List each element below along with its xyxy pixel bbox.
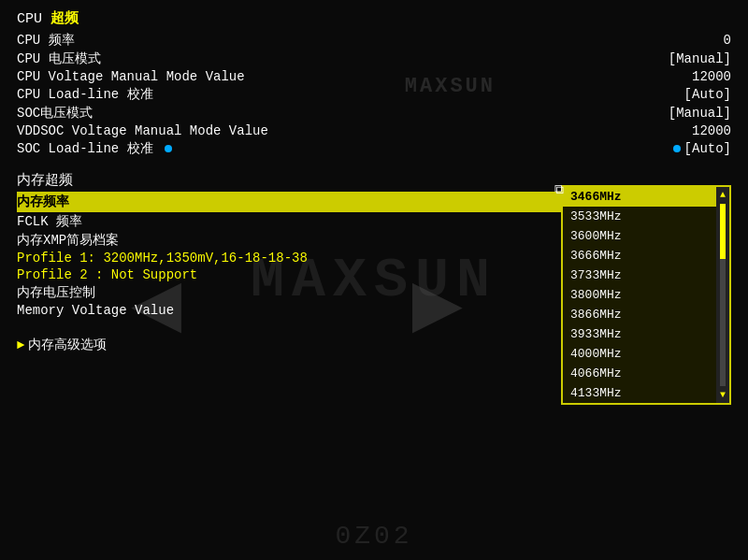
dropdown-item-label: 3733MHz: [570, 268, 622, 282]
vddsoc-voltage-label: VDDSOC Voltage Manual Mode Value: [17, 123, 297, 138]
cpu-voltage-mode-value: [Manual]: [544, 51, 731, 66]
scrollbar-track: [720, 204, 726, 386]
cpu-overclock-title: CPU 超频: [17, 9, 731, 27]
memory-freq-label: 内存频率: [17, 194, 297, 210]
dropdown-item-label: 4133MHz: [570, 386, 622, 400]
scrollbar-thumb: [720, 204, 726, 259]
cpu-loadline-row[interactable]: CPU Load-line 校准 [Auto]: [17, 85, 731, 104]
dropdown-item-3666[interactable]: 3666MHz: [563, 246, 729, 266]
dropdown-item-3600[interactable]: 3600MHz: [563, 226, 729, 246]
vddsoc-voltage-value: 12000: [544, 123, 731, 138]
cpu-voltage-mode-label: CPU 电压模式: [17, 50, 297, 67]
cpu-title-highlight: 超频: [50, 11, 79, 27]
mouse-cursor: ⧉: [554, 182, 564, 197]
pointer-triangle-icon: ►: [17, 337, 24, 352]
cpu-loadline-value: [Auto]: [544, 87, 731, 102]
memory-freq-dropdown[interactable]: 3466MHz 3533MHz 3600MHz 3666MHz 3733MHz …: [561, 185, 731, 405]
dropdown-item-4000[interactable]: 4000MHz: [563, 344, 729, 364]
dropdown-item-3800[interactable]: 3800MHz: [563, 285, 729, 305]
dropdown-item-label: 3866MHz: [570, 308, 622, 322]
cpu-voltage-manual-row[interactable]: CPU Voltage Manual Mode Value 12000: [17, 68, 731, 85]
mem-voltage-ctrl-label: 内存电压控制: [17, 284, 297, 301]
dropdown-item-label: 3600MHz: [570, 229, 622, 243]
bottom-watermark: 0Z02: [335, 522, 412, 551]
vddsoc-voltage-row[interactable]: VDDSOC Voltage Manual Mode Value 12000: [17, 122, 731, 139]
dropdown-item-label: 3666MHz: [570, 249, 622, 263]
soc-loadline-row[interactable]: SOC Load-line 校准 [Auto]: [17, 139, 731, 158]
dropdown-item-label: 3800MHz: [570, 288, 622, 302]
soc-voltage-mode-label: SOC电压模式: [17, 105, 297, 122]
cpu-freq-value: 0: [544, 33, 731, 48]
soc-loadline-label: SOC Load-line 校准: [17, 140, 297, 157]
soc-voltage-mode-row[interactable]: SOC电压模式 [Manual]: [17, 104, 731, 122]
cpu-freq-label: CPU 频率: [17, 32, 297, 49]
memory-advanced-label: ►内存高级选项: [17, 337, 297, 353]
soc-voltage-mode-value: [Manual]: [544, 106, 731, 121]
dropdown-item-label: 4066MHz: [570, 366, 622, 381]
xmp-profile-label: 内存XMP简易档案: [17, 232, 297, 249]
dropdown-item-4133[interactable]: 4133MHz: [563, 383, 729, 403]
bios-screen: MAXSUN ◀ ▶ 0Z02 MAXSUN CPU 超频 CPU 频率 0 C…: [0, 0, 748, 560]
cpu-voltage-manual-value: 12000: [544, 69, 731, 84]
cpu-title-prefix: CPU: [17, 11, 42, 27]
mem-voltage-value-label: Memory Voltage Value: [17, 303, 297, 318]
cpu-freq-row: CPU 频率 0: [17, 31, 731, 50]
dropdown-item-3533[interactable]: 3533MHz: [563, 207, 729, 226]
cpu-voltage-manual-label: CPU Voltage Manual Mode Value: [17, 69, 297, 84]
scrollbar-down-arrow[interactable]: ▼: [720, 387, 726, 403]
dropdown-item-label: 3466MHz: [570, 190, 622, 204]
dot-left: [165, 145, 172, 152]
scrollbar-up-arrow[interactable]: ▲: [720, 187, 726, 203]
dropdown-item-3933[interactable]: 3933MHz: [563, 324, 729, 344]
dropdown-item-label: 3933MHz: [570, 327, 622, 341]
dropdown-item-label: 4000MHz: [570, 347, 622, 361]
cpu-loadline-label: CPU Load-line 校准: [17, 86, 297, 103]
cpu-voltage-mode-row[interactable]: CPU 电压模式 [Manual]: [17, 50, 731, 68]
fclk-freq-label: FCLK 频率: [17, 213, 297, 230]
dropdown-item-3466[interactable]: 3466MHz: [563, 187, 729, 207]
dot-right: [673, 145, 681, 152]
dropdown-item-label: 3533MHz: [570, 209, 622, 223]
dropdown-item-3866[interactable]: 3866MHz: [563, 305, 729, 324]
dropdown-item-3733[interactable]: 3733MHz: [563, 266, 729, 285]
scrollbar[interactable]: ▲ ▼: [716, 187, 729, 403]
dropdown-item-4066[interactable]: 4066MHz: [563, 364, 729, 383]
soc-loadline-value: [Auto]: [544, 141, 731, 156]
